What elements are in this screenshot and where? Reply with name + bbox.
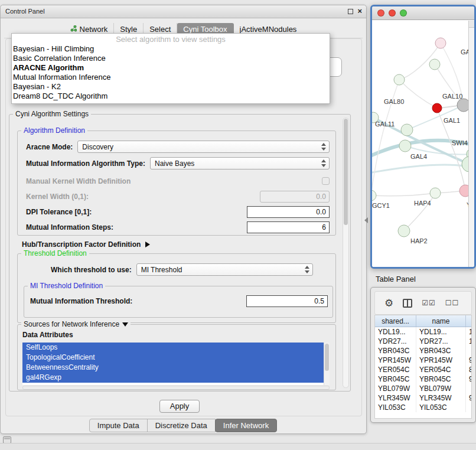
algorithm-placeholder-item[interactable]: Select algorithm to view settings (12, 34, 330, 44)
traffic-light-minimize[interactable] (389, 9, 396, 17)
table-cell[interactable]: 9. (466, 393, 471, 403)
table-row[interactable]: YBL079WYBL079W (375, 384, 471, 393)
table-row[interactable]: YBR045CYBR045C9. (375, 374, 471, 384)
network-canvas[interactable]: GAL80GAL10GALGAL11GAL1SWI4GAL4GCY1HAP4YH… (372, 21, 468, 267)
attribute-list-item[interactable]: SelfLoops (22, 343, 324, 353)
table-cell[interactable]: YER054C (375, 365, 416, 374)
table-cell[interactable]: YLR345W (375, 393, 416, 403)
aracne-mode-select[interactable]: Discovery (77, 141, 330, 153)
apply-button[interactable]: Apply (159, 400, 200, 413)
table-cell[interactable]: 8. (466, 365, 471, 374)
table-cell[interactable] (466, 346, 471, 356)
mi-steps-field[interactable]: 6 (247, 221, 330, 233)
table-cell[interactable]: YIL053C (375, 403, 416, 412)
table-cell[interactable]: YPR145W (416, 356, 466, 365)
attribute-list-item[interactable]: gal4RGexp (22, 373, 324, 383)
table-row[interactable]: YIL053CYIL053C (375, 403, 471, 412)
table-cell[interactable]: YBR045C (375, 374, 416, 384)
network-window-titlebar[interactable] (372, 6, 474, 20)
control-panel-titlebar[interactable]: Control Panel × (1, 5, 366, 18)
table-row[interactable]: YDL19...YDL19...13 (375, 327, 471, 337)
attribute-list-item[interactable]: BetweennessCentrality (22, 363, 324, 373)
table-cell[interactable]: YBR045C (416, 374, 466, 384)
close-icon[interactable]: × (357, 8, 362, 15)
attributes-list-scrollbar-thumb[interactable] (325, 344, 329, 371)
network-node[interactable] (462, 156, 468, 172)
tab-infer-network[interactable]: Infer Network (215, 419, 277, 432)
scroll-up-icon[interactable] (469, 21, 474, 28)
table-header-cell[interactable]: shared... (375, 315, 416, 327)
table-header-cell[interactable] (466, 315, 471, 327)
network-node[interactable] (429, 59, 440, 70)
table-cell[interactable]: YBL079W (416, 384, 466, 393)
algorithm-menu-item[interactable]: Mutual Information Inference (12, 73, 330, 82)
algorithm-menu-item[interactable]: Bayesian - K2 (12, 82, 330, 92)
table-row[interactable]: YLR345WYLR345W9. (375, 393, 471, 403)
network-node[interactable] (401, 124, 413, 136)
network-node[interactable] (372, 190, 376, 201)
table-cell[interactable]: 12 (466, 337, 471, 346)
mi-algorithm-type-select[interactable]: Naive Bayes (150, 157, 330, 169)
mi-threshold-field[interactable]: 0.5 (246, 295, 328, 307)
table-row[interactable]: YER054CYER054C8. (375, 365, 471, 374)
algorithm-menu-item[interactable]: ARACNE Algorithm (12, 63, 330, 73)
table-cell[interactable]: 13 (466, 327, 471, 337)
tab-discretize-data[interactable]: Discretize Data (147, 419, 216, 432)
expand-right-icon[interactable] (145, 242, 150, 247)
table-row[interactable]: YDR27...YDR27...12 (375, 337, 471, 346)
attributes-list-scrollbar[interactable] (324, 343, 330, 385)
table-cell[interactable]: YPR145W (375, 356, 416, 365)
collapse-down-icon[interactable] (122, 322, 128, 327)
gear-icon[interactable]: ⚙ (384, 298, 393, 308)
algorithm-menu-item[interactable]: Basic Correlation Inference (12, 54, 330, 63)
table-cell[interactable]: 9. (466, 374, 471, 384)
network-node[interactable] (432, 103, 442, 113)
table-row[interactable]: YBR043CYBR043C (375, 346, 471, 356)
table-cell[interactable]: 9. (466, 356, 471, 365)
which-threshold-select[interactable]: MI Threshold (136, 263, 313, 276)
table-cell[interactable]: YIL053C (416, 403, 466, 412)
table-cell[interactable]: YER054C (416, 365, 466, 374)
table-cell[interactable] (466, 384, 471, 393)
table-header-cell[interactable]: name (416, 315, 466, 327)
table-cell[interactable]: YDL19... (416, 327, 466, 337)
table-cell[interactable] (466, 403, 471, 412)
tab-impute-data[interactable]: Impute Data (89, 419, 148, 432)
network-node[interactable] (399, 140, 411, 152)
manual-kernel-width-checkbox[interactable] (322, 177, 330, 185)
traffic-light-zoom[interactable] (400, 9, 407, 17)
deselect-all-columns-icon[interactable]: ☐☐ (445, 299, 459, 307)
table-row[interactable]: YPR145WYPR145W9. (375, 356, 471, 365)
algorithm-menu-item[interactable]: Dream8 DC_TDC Algorithm (12, 92, 330, 101)
algorithm-menu-item[interactable]: Bayesian - Hill Climbing (12, 44, 330, 54)
node-table[interactable]: shared...name YDL19...YDL19...13YDR27...… (374, 315, 472, 419)
settings-scrollbar-thumb[interactable] (344, 119, 348, 225)
network-node[interactable] (430, 188, 441, 198)
network-node[interactable] (435, 38, 446, 48)
table-cell[interactable]: YLR345W (416, 393, 466, 403)
select-all-columns-icon[interactable]: ☑☑ (422, 299, 436, 307)
network-node[interactable] (398, 225, 410, 237)
network-node[interactable] (394, 74, 405, 85)
network-scrollbar[interactable] (468, 21, 474, 267)
settings-scrollbar[interactable] (343, 118, 349, 388)
data-attributes-list[interactable]: SelfLoopsTopologicalCoefficientBetweenne… (22, 343, 330, 385)
dpi-tolerance-field[interactable]: 0.0 (247, 206, 330, 218)
hub-definition-toggle[interactable]: Hub/Transcription Factor Definition (22, 240, 150, 249)
network-node[interactable] (457, 99, 468, 112)
attribute-list-item[interactable]: TopologicalCoefficient (22, 353, 324, 363)
table-cell[interactable]: YBR043C (375, 346, 416, 356)
traffic-light-close[interactable] (377, 9, 384, 17)
table-cell[interactable]: YBL079W (375, 384, 416, 393)
table-cell[interactable]: YDL19... (375, 327, 416, 337)
sources-group-title[interactable]: Sources for Network Inference (21, 320, 131, 328)
table-cell[interactable]: YDR27... (375, 337, 416, 346)
table-cell[interactable]: YBR043C (416, 346, 466, 356)
columns-icon[interactable] (403, 299, 412, 308)
network-node[interactable] (459, 185, 468, 197)
attributes-list-hscrollbar[interactable] (22, 386, 330, 390)
kernel-width-field[interactable]: 0.0 (260, 191, 330, 203)
panel-collapse-arrow[interactable] (364, 217, 368, 223)
float-window-icon[interactable] (348, 9, 353, 14)
table-cell[interactable]: YDR27... (416, 337, 466, 346)
